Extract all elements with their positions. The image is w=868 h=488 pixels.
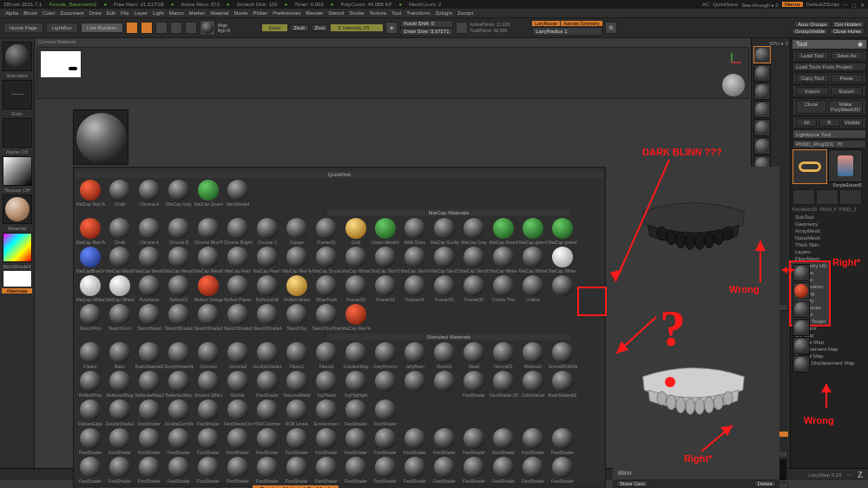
material-swatch[interactable]: FastShader (105, 457, 135, 484)
material-mini[interactable] (792, 355, 810, 373)
material-swatch[interactable]: ColorizeGel (518, 371, 548, 398)
material-swatch[interactable]: MatCap Gray (164, 180, 194, 207)
material-swatch[interactable]: DoubleShade1 (253, 342, 282, 369)
material-swatch[interactable]: Chrome BlueTint (194, 218, 223, 245)
material-swatch[interactable]: ReflectYellow (282, 275, 312, 302)
material-swatch[interactable]: Fibers2 (312, 342, 341, 369)
material-swatch[interactable]: FastShaderOverlay (223, 399, 253, 426)
stroke-slot[interactable]: ⋯⋯ (3, 80, 32, 109)
material-swatch[interactable]: FastShader (341, 428, 371, 455)
material-swatch[interactable]: SketchShade2 (194, 304, 223, 331)
brush-thumb[interactable] (753, 46, 771, 63)
material-swatch[interactable] (371, 371, 400, 398)
lazymouse-button[interactable]: LazyMouse (532, 21, 560, 26)
tool-section[interactable]: ArrayMesh (792, 228, 866, 234)
zintensity-slider[interactable]: Z Intensity 25 (331, 24, 383, 31)
material-swatch[interactable] (430, 371, 459, 398)
menu-item[interactable]: Alpha (5, 10, 18, 16)
menu-item[interactable]: Transform (406, 10, 430, 16)
material-mini[interactable] (792, 300, 810, 318)
material-swatch[interactable]: Framer06 (459, 275, 489, 302)
brush-thumb[interactable] (753, 137, 771, 155)
material-swatch[interactable]: SketchShade3 (223, 304, 253, 331)
material-swatch[interactable]: Chrome A (135, 218, 164, 245)
material-swatch[interactable]: MatCap Red Wax (282, 247, 312, 274)
material-swatch[interactable]: FastShader (371, 399, 400, 426)
material-swatch[interactable]: RGB Levels (282, 399, 312, 426)
brush-thumb-icon[interactable] (201, 22, 214, 34)
material-swatch[interactable]: BasicMaterial2 (548, 371, 577, 398)
draw-icon[interactable] (141, 22, 153, 34)
material-swatch[interactable]: Fibers1 (282, 342, 312, 369)
menu-item[interactable]: Edit (107, 10, 115, 16)
material-swatch[interactable]: MatCap Metal01 (105, 247, 135, 274)
paste-tool-button[interactable]: Paste (831, 74, 864, 82)
material-swatch[interactable]: MatCap Metal02 (135, 247, 164, 274)
material-swatch[interactable]: FastShader (371, 457, 400, 484)
material-swatch[interactable]: FastShader (253, 428, 282, 455)
make-polymesh-button[interactable]: Make PolyMesh3D (828, 100, 863, 114)
material-swatch[interactable]: MatCap Green01 (489, 218, 518, 245)
menu-item[interactable]: Marker (188, 10, 205, 16)
material-swatch[interactable]: FastShader 2Pass (489, 371, 518, 398)
material-swatch[interactable]: FastShader (489, 428, 518, 455)
tool-mini-thumb[interactable] (816, 189, 838, 205)
load-tool-button[interactable]: Load Tool (796, 51, 829, 60)
material-swatch[interactable]: Chrome A (135, 180, 164, 207)
material-swatch[interactable]: SketchMetal (135, 304, 164, 331)
move-icon[interactable] (155, 22, 168, 34)
brush-slot[interactable] (3, 42, 32, 71)
material-swatch[interactable]: ReflectedBlog (105, 371, 135, 398)
material-swatch[interactable]: Reflect Orange (194, 275, 223, 302)
material-swatch[interactable]: MatCap Metal03 (164, 247, 194, 274)
material-swatch[interactable]: MiMi Shine (400, 218, 430, 245)
zsphere-head-icon[interactable] (722, 74, 745, 96)
xyz-icon[interactable]: ⊕ (605, 22, 617, 34)
active-tool-thumb[interactable] (792, 149, 827, 184)
live-boolean-button[interactable]: Live Boolean (81, 23, 123, 33)
material-swatch[interactable]: ReflectedMap2 (135, 371, 164, 398)
material-swatch[interactable]: FastShader (518, 457, 548, 484)
menu-item[interactable]: Material (210, 10, 228, 16)
material-swatch[interactable]: FastShader (459, 371, 489, 398)
menu-item[interactable]: Document (60, 10, 83, 16)
material-swatch[interactable]: FastShader (223, 428, 253, 455)
delete-cam-button[interactable]: Delete (754, 480, 776, 487)
menu-item[interactable]: Brush (23, 10, 37, 16)
tool-header[interactable]: Tool (796, 41, 807, 48)
material-swatch[interactable]: FastShader (253, 457, 282, 484)
material-swatch[interactable]: SketchShade4 (253, 304, 282, 331)
see-through[interactable]: See-through ▸ 0 (741, 2, 779, 8)
material-swatch[interactable]: MatCap Gorilla (430, 218, 459, 245)
material-mini[interactable] (792, 337, 810, 354)
material-swatch[interactable]: Marble (223, 371, 253, 398)
material-large-thumb[interactable] (73, 109, 128, 165)
tool-section[interactable]: Thick Skin (792, 241, 866, 248)
material-swatch[interactable]: FastShader (341, 457, 371, 484)
material-swatch[interactable]: Basic (105, 342, 135, 369)
material-swatch[interactable]: MatCap green02 (518, 218, 548, 245)
swcolor-slot[interactable] (3, 271, 32, 287)
alternate-button[interactable]: Alternate (2, 288, 32, 293)
material-swatch[interactable]: FastShader (135, 457, 164, 484)
clone-button[interactable]: Clone (796, 100, 826, 114)
material-swatch[interactable]: Chalk (105, 180, 135, 207)
ac[interactable]: AC (702, 2, 709, 7)
material-swatch[interactable]: FastShader (76, 457, 105, 484)
menu-item[interactable]: Render (306, 10, 324, 16)
home-button[interactable]: Home Page (3, 23, 43, 33)
material-swatch[interactable]: MatCapBlueGreen (76, 247, 105, 274)
tool-name-field[interactable]: PM3D_Ring3D1: 70 (792, 140, 866, 148)
material-swatch[interactable]: ReflectoFall (253, 275, 282, 302)
material-swatch[interactable]: Framer05 (430, 275, 459, 302)
material-swatch[interactable]: GrayHorizon (371, 342, 400, 369)
material-swatch[interactable]: Green Metallic (371, 218, 400, 245)
material-swatch[interactable]: Framer04 (400, 275, 430, 302)
material-swatch[interactable]: Outline (518, 275, 548, 302)
material-swatch[interactable]: Metal (459, 342, 489, 369)
material-swatch[interactable]: MatCap GreenClBumpViewerMat (194, 180, 223, 207)
focal-shift-field[interactable]: Focal Shift: 0 (400, 20, 452, 28)
save-as-button[interactable]: Save As (831, 51, 864, 60)
material-swatch[interactable]: FastShader (430, 428, 459, 455)
material-swatch[interactable]: MatCap green03 (548, 218, 577, 245)
